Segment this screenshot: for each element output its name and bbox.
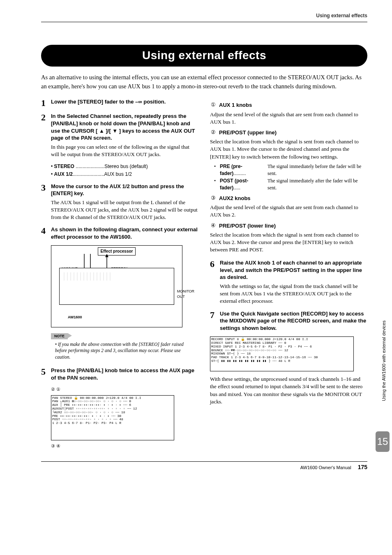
aux2-knobs-body: Adjust the send level of the signals tha… (210, 204, 367, 219)
step-2-head: In the Selected Channel section, repeate… (51, 113, 198, 141)
step-1-head: Lower the [STEREO] fader to the –∞ posit… (51, 98, 166, 106)
header-topic: Using external effects (41, 12, 367, 19)
step-number-2: 2 (41, 113, 51, 158)
note-text: If you make the above connection with th… (55, 341, 195, 361)
connection-diagram: Effect processor MIC/LINE INPUT 3/4 STER… (51, 245, 198, 327)
callouts-bottom: ③ ④ (51, 443, 198, 449)
prepost-upper-body: Select the location from which the signa… (210, 138, 367, 161)
side-chapter-number: 15 (376, 431, 390, 452)
callouts-top: ② ① (51, 386, 198, 392)
step-7-head: Use the Quick Navigate section [RECORD] … (220, 310, 367, 332)
monitor-label: MONITOR (177, 289, 194, 294)
svg-marker-5 (105, 254, 108, 257)
prepost-lower-title: PRE/POST (lower line) (219, 222, 276, 230)
step-6-body: With the settings so far, the signal fro… (220, 283, 367, 305)
note-label: NOTE (51, 333, 68, 339)
step-6-head: Raise the AUX knob 1 of each channel to … (220, 259, 367, 281)
aux2-knobs-title: AUX2 knobs (219, 195, 251, 202)
step-5-head: Press the [PAN/BAL] knob twice to access… (51, 367, 198, 381)
out-label: OUT (177, 294, 194, 299)
circ-4: ④ (210, 222, 217, 230)
circ-2: ② (210, 129, 217, 136)
step-number-4: 4 (41, 226, 51, 240)
aux1-knobs-title: AUX 1 knobs (219, 101, 252, 109)
prepost-upper-title: PRE/POST (upper line) (219, 129, 277, 136)
aw1600-label: AW1600 (68, 315, 82, 320)
step-2-bullet-2: • AUX 1/2.......................AUX bus … (51, 171, 198, 178)
step-2-body: In this page you can select one of the f… (51, 143, 198, 158)
header-rule (41, 22, 367, 22)
step-2-bullet-1: • STEREO .....................Stereo bus… (51, 163, 198, 170)
pre-fader-item: • PRE (pre-fader)......... The signal im… (214, 163, 367, 177)
step-number-5: 5 (41, 367, 51, 381)
circ-3: ③ (210, 195, 217, 202)
step-number-6: 6 (210, 259, 220, 305)
aw1600-device: MONITOR OUT (59, 268, 174, 305)
circ-1: ① (210, 101, 217, 109)
record-mixdown-screenshot: RECORD INPUT 8 🔒 00:00:00.000 J=120.0 4/… (210, 336, 354, 371)
prepost-lower-body: Select the location from which the signa… (210, 231, 367, 254)
step-3-head: Move the cursor to the AUX 1/2 button an… (51, 183, 198, 197)
step-3-body: The AUX bus 1 signal will be output from… (51, 199, 198, 221)
intro-paragraph: As an alternative to using the internal … (41, 73, 367, 91)
footer-manual: AW1600 Owner's Manual (300, 465, 351, 471)
aux1-knobs-body: Adjust the send level of the signals tha… (210, 111, 367, 126)
step-4-head: As shown in the following diagram, conne… (51, 226, 198, 240)
pan-aux-screenshot: PAN STEREO 🔒 00:00:00.000 J=120.0 4/4 00… (51, 395, 174, 440)
step-number-1: 1 (41, 98, 51, 108)
step-number-7: 7 (210, 310, 220, 332)
post-fader-item: • POST (post-fader)..... The signal imme… (214, 177, 367, 191)
footer-page-number: 175 (358, 463, 367, 472)
side-chapter-text: Using the AW1600 with external devices (381, 320, 387, 401)
page-title: Using external effects (41, 45, 367, 67)
step-7-after: With these settings, the unprocessed sou… (210, 375, 367, 405)
step-number-3: 3 (41, 183, 51, 221)
